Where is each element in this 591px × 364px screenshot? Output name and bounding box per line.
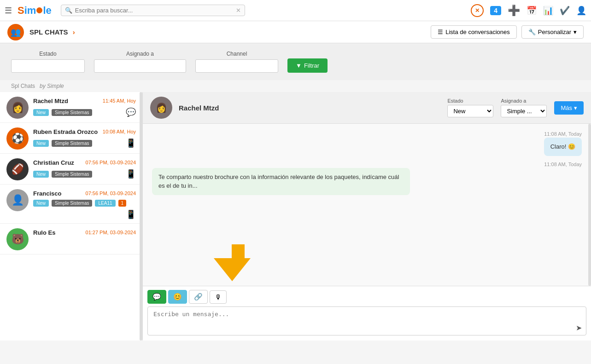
channel-input[interactable]: [195, 59, 278, 73]
msg-bubble-1: Claro! 😊: [544, 138, 582, 156]
avatar-rachel: 👩: [6, 97, 29, 119]
chat-tags-christian: New Simple Sistemas 📱: [33, 169, 136, 179]
message-text-input[interactable]: [147, 306, 586, 335]
chat-time-rulo: 01:27 PM, 03-09-2024: [86, 230, 136, 235]
whatsapp-icon-francisco: 📱: [126, 210, 136, 219]
msg-timestamp-2: 11:08 AM, Today: [152, 162, 582, 167]
check-task-icon[interactable]: ✔️: [560, 6, 570, 16]
chat-name-ruben: Ruben Estrada Orozco: [33, 128, 98, 135]
filter-icon: ▼: [296, 62, 302, 69]
chat-list: 👩 Rachel Mtzd 11:45 AM, Hoy New Simple S…: [0, 92, 143, 341]
channel-icon-ruben: 📱: [126, 138, 136, 148]
chat-item-francisco[interactable]: 👤 Francisco 07:56 PM, 03-09-2024 New Sim…: [0, 185, 142, 224]
search-input[interactable]: [75, 7, 236, 14]
asignado-field-label: Asignado a: [501, 98, 547, 104]
chevron-down-more-icon: ▾: [574, 104, 577, 111]
channel-filter-group: Channel: [195, 51, 278, 73]
chat-tags-francisco: New Simple Sistemas LEA11 1 📱: [33, 200, 136, 220]
chat-toolbar-btn[interactable]: 💬: [147, 290, 166, 304]
app-logo: S im le: [18, 5, 52, 17]
chart-bar-icon[interactable]: 📊: [543, 6, 553, 16]
list-conversations-button[interactable]: ☰ Lista de conversaciones: [431, 25, 516, 39]
message-toolbar: 💬 😊 🔗 🎙: [147, 290, 586, 304]
chevron-down-icon: ▾: [573, 29, 577, 35]
chat-name-francisco: Francisco: [33, 190, 61, 197]
messages-area[interactable]: 11:08 AM, Today Claro! 😊 11:08 AM, Today…: [143, 124, 591, 286]
filter-button[interactable]: ▼ Filtrar: [287, 58, 328, 73]
wrench-icon: 🔧: [528, 29, 536, 35]
messages-scrollbar[interactable]: [588, 124, 591, 286]
avatar-rulo: 🐻: [6, 228, 29, 250]
chat-time-christian: 07:56 PM, 03-09-2024: [86, 160, 136, 165]
estado-input[interactable]: [11, 59, 85, 73]
sub-navigation: 👥 SPL CHATS › ☰ Lista de conversaciones …: [0, 21, 591, 43]
avatar-christian: 🏈: [6, 158, 29, 180]
chat-tags-ruben: New Simple Sistemas 📱: [33, 138, 136, 148]
estado-field-label: Estado: [447, 98, 493, 104]
search-bar: 🔍 ✕: [61, 5, 245, 16]
logo-dot: [36, 7, 42, 13]
chat-list-scrollbar[interactable]: [140, 92, 142, 341]
list-icon: ☰: [438, 29, 443, 35]
calendar-icon[interactable]: 📅: [527, 6, 537, 16]
tag-new-francisco: New: [33, 200, 49, 207]
asignado-field-group: Asignado a Simple ...: [501, 98, 547, 117]
avatar-ruben: ⚽: [6, 127, 29, 150]
logo-s: S: [18, 5, 24, 17]
more-button[interactable]: Más ▾: [554, 101, 584, 115]
chat-time-ruben: 10:08 AM, Hoy: [103, 129, 136, 134]
chat-header-avatar: 👩: [150, 97, 172, 119]
top-navigation: ☰ S im le 🔍 ✕ ✕ 4 ➕ 📅 📊 ✔️ 👤: [0, 0, 591, 21]
chat-item-ruben[interactable]: ⚽ Ruben Estrada Orozco 10:08 AM, Hoy New…: [0, 123, 142, 154]
estado-label: Estado: [11, 51, 85, 57]
top-nav-icons: ✕ 4 ➕ 📅 📊 ✔️ 👤: [471, 4, 586, 17]
asignado-select[interactable]: Simple ...: [501, 105, 547, 117]
tag-count-francisco: 1: [118, 200, 127, 207]
estado-filter-group: Estado: [11, 51, 85, 73]
chat-name-christian: Christian Cruz: [33, 159, 74, 166]
tag-lea-francisco: LEA11: [95, 200, 115, 207]
user-profile-icon[interactable]: 👤: [576, 6, 586, 16]
tag-new-rachel: New: [33, 109, 49, 116]
avatar-francisco: 👤: [6, 189, 29, 211]
chat-header-name: Rachel Mtzd: [179, 104, 219, 112]
chat-header: 👩 Rachel Mtzd Estado New Asignado a Simp…: [143, 92, 591, 124]
badge-4-icon[interactable]: 4: [490, 6, 501, 15]
asignado-input[interactable]: [94, 59, 186, 73]
chat-info-francisco: Francisco 07:56 PM, 03-09-2024 New Simpl…: [33, 189, 136, 220]
channel-label: Channel: [195, 51, 278, 57]
chat-window: 👩 Rachel Mtzd Estado New Asignado a Simp…: [143, 92, 591, 341]
hamburger-icon[interactable]: ☰: [5, 6, 12, 16]
customize-button[interactable]: 🔧 Personalizar ▾: [521, 25, 584, 39]
mic-toolbar-btn[interactable]: 🎙: [210, 290, 227, 304]
msg-bubble-wrap-1: Claro! 😊: [152, 138, 582, 156]
chat-time-francisco: 07:56 PM, 03-09-2024: [86, 191, 136, 196]
chat-name-rulo: Rulo Es: [33, 229, 55, 236]
channel-icon-christian: 📱: [126, 169, 136, 179]
chat-name-rachel: Rachel Mtzd: [33, 98, 68, 104]
whatsapp-icon-ruben: 📱: [126, 139, 136, 148]
tag-new-ruben: New: [33, 140, 49, 147]
chat-info-ruben: Ruben Estrada Orozco 10:08 AM, Hoy New S…: [33, 127, 136, 148]
emoji-toolbar-btn[interactable]: 😊: [168, 290, 187, 304]
logo-le: le: [43, 5, 51, 17]
channel-icon-rachel: 💬: [126, 107, 136, 117]
plus-icon[interactable]: ➕: [508, 5, 520, 17]
tag-simple-christian: Simple Sistemas: [52, 171, 92, 178]
arrow-head: [214, 258, 251, 281]
send-message-button[interactable]: ➤: [576, 324, 582, 332]
tag-simple-francisco: Simple Sistemas: [52, 200, 92, 207]
msg-bubble-2: Te comparto nuestro brochure con la info…: [152, 168, 410, 195]
clear-search-icon[interactable]: ✕: [236, 7, 241, 14]
estado-select[interactable]: New: [447, 105, 493, 117]
tag-new-christian: New: [33, 171, 49, 178]
chat-item-rachel[interactable]: 👩 Rachel Mtzd 11:45 AM, Hoy New Simple S…: [0, 92, 142, 123]
chat-item-christian[interactable]: 🏈 Christian Cruz 07:56 PM, 03-09-2024 Ne…: [0, 154, 142, 185]
credit-line: Spl Chats by Simple: [0, 80, 591, 92]
arrow-stem: [232, 244, 245, 258]
message-input-wrap: ➤: [147, 306, 586, 337]
close-x-icon[interactable]: ✕: [471, 4, 484, 17]
message-input-area: 💬 😊 🔗 🎙 ➤: [143, 286, 591, 341]
chat-item-rulo[interactable]: 🐻 Rulo Es 01:27 PM, 03-09-2024: [0, 224, 142, 254]
attach-toolbar-btn[interactable]: 🔗: [189, 290, 208, 304]
